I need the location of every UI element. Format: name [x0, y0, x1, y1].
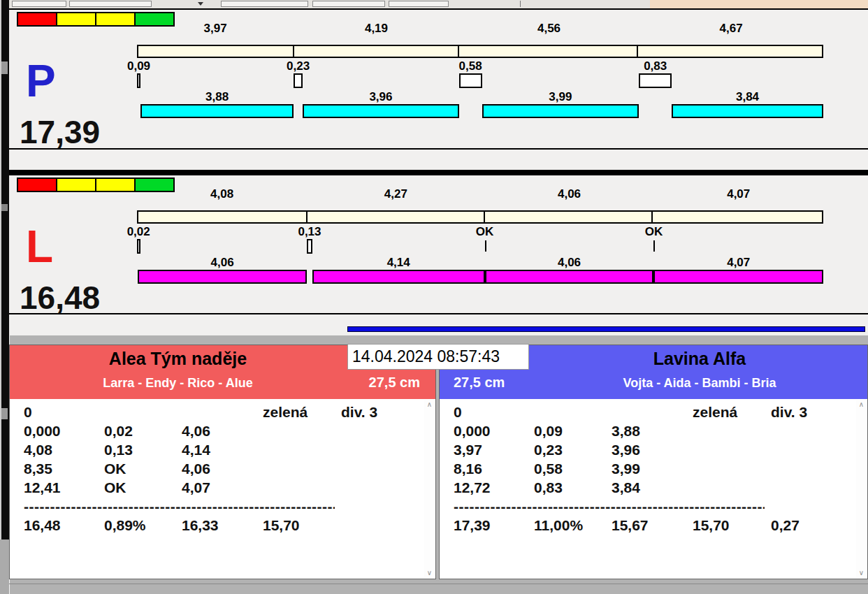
split-bar-segment [459, 46, 638, 57]
result-row: 4,080,134,14 [24, 442, 435, 461]
run-time-label: 4,06 [485, 256, 654, 270]
gap-time-label: OK [645, 225, 663, 239]
left-team-name: Alea Tým naděje [10, 348, 346, 369]
result-cell: OK [104, 479, 182, 498]
split-bar-segment [138, 46, 294, 57]
result-total-cell: 15,70 [693, 517, 771, 536]
gap-ok-tick [485, 240, 486, 252]
right-team-results-area[interactable]: 0zelenádiv. 30,0000,093,883,970,233,968,… [440, 399, 867, 579]
split-bar-segment [485, 212, 653, 222]
result-cell: 0,000 [24, 423, 104, 442]
result-cell [693, 461, 771, 479]
result-row: 0zelenádiv. 3 [24, 404, 435, 423]
run-gap-spacer [459, 90, 482, 91]
right-team-result-lines: 0zelenádiv. 30,0000,093,883,970,233,968,… [440, 399, 867, 536]
toolbar-button[interactable] [221, 1, 308, 7]
scrollbar[interactable]: ∧ ∨ [424, 400, 435, 578]
scroll-up-icon[interactable]: ∧ [427, 400, 432, 410]
toolbar-button[interactable] [389, 1, 449, 7]
result-cell [263, 442, 341, 461]
result-cell: 4,08 [24, 442, 104, 461]
window-edge-notch [1, 204, 8, 211]
result-total-cell: 0,89% [104, 517, 182, 536]
split-time-label: 4,27 [307, 187, 484, 203]
result-cell: zelená [693, 404, 771, 423]
split-time-label: 4,19 [294, 22, 459, 37]
gap-time-label: 0,13 [298, 225, 321, 239]
red-light-box [17, 178, 57, 192]
left-team-jump-height: 27,5 cm [369, 375, 420, 391]
result-cell [771, 461, 867, 479]
split-time-label: 4,06 [485, 187, 654, 203]
split-time-label: 3,97 [137, 22, 294, 37]
result-row: 8,35OK4,06 [24, 461, 435, 479]
left-team-panel: Alea Tým naděje Larra - Endy - Rico - Al… [9, 345, 436, 579]
right-team-dogs: Vojta - Aida - Bambi - Bria [532, 376, 867, 391]
lane-p-section: P 17,39 3,974,194,564,670,090,230,580,83… [9, 10, 868, 150]
scroll-down-icon[interactable]: ∨ [859, 568, 864, 578]
gap-time-label: 0,09 [127, 59, 150, 73]
result-cell: 0 [454, 404, 534, 423]
gap-marker: 0,58 [459, 58, 482, 90]
scroll-down-icon[interactable]: ∨ [427, 568, 432, 578]
run-bar [485, 270, 654, 284]
split-bar-segment [308, 212, 484, 222]
split-bar-segment [138, 212, 308, 222]
run-segment: 4,06 [137, 256, 307, 287]
dropdown-caret-icon[interactable] [198, 2, 203, 6]
result-cell: 3,97 [454, 442, 534, 461]
gap-ok-tick [653, 240, 655, 252]
gap-marker: 0,09 [137, 58, 140, 90]
result-cell: 0,02 [104, 423, 182, 442]
run-segment: 3,88 [137, 90, 294, 121]
result-cell [263, 423, 341, 442]
result-cell: 0,09 [534, 423, 612, 442]
toolbar-button[interactable] [312, 1, 385, 7]
lane-p-total-time: 17,39 [20, 115, 100, 150]
toolbar-button[interactable] [12, 1, 66, 7]
run-bar-wrap: 4,06 [138, 256, 307, 287]
gap-time-label: 0,02 [127, 225, 150, 239]
gap-marker: 0,02 [137, 224, 140, 256]
result-cell: 3,84 [612, 479, 693, 498]
result-cell [771, 423, 867, 442]
result-cell: 4,06 [182, 461, 263, 479]
split-time-labels-row: 4,084,274,064,07 [137, 187, 823, 203]
background-window-edge [0, 0, 10, 594]
result-total-cell: 15,70 [263, 517, 341, 536]
run-time-label: 3,88 [140, 90, 294, 104]
run-time-label: 3,84 [672, 90, 823, 104]
result-cell [693, 423, 771, 442]
window-edge-notch [1, 408, 8, 419]
lane-l-total-time: 16,48 [20, 280, 100, 316]
lane-l-visualization: 4,084,274,064,070,020,13OKOK4,064,144,06… [137, 187, 823, 287]
result-row: 3,970,233,96 [454, 442, 867, 461]
run-bar [672, 104, 823, 118]
gap-time-label: 0,83 [644, 59, 667, 73]
split-bar-segment [294, 46, 459, 57]
split-time-label: 4,07 [653, 187, 823, 203]
result-cell: 8,16 [454, 461, 534, 479]
run-segment: 3,99 [459, 90, 639, 121]
split-bar [137, 45, 823, 58]
result-cell: div. 3 [771, 404, 867, 423]
result-row: 12,720,833,84 [454, 479, 867, 498]
gap-markers-row: 0,090,230,580,83 [137, 58, 823, 90]
lane-divider [9, 170, 868, 175]
gap-marker: 0,13 [307, 224, 312, 256]
split-bar [137, 210, 823, 224]
result-cell: 12,72 [454, 479, 534, 498]
run-time-label: 4,06 [138, 256, 307, 270]
toolbar-button[interactable] [69, 1, 152, 7]
gap-box [137, 239, 140, 254]
scroll-up-icon[interactable]: ∧ [859, 400, 864, 410]
scrollbar[interactable]: ∧ ∨ [856, 400, 867, 578]
split-time-label: 4,67 [639, 22, 823, 37]
lane-l-letter: L [26, 224, 53, 269]
run-segment: 4,07 [653, 256, 823, 287]
run-bar-wrap: 4,14 [312, 256, 485, 287]
gap-marker: 0,83 [639, 58, 672, 90]
result-cell: 0,000 [454, 423, 534, 442]
result-cell [341, 423, 435, 442]
left-team-results-area[interactable]: 0zelenádiv. 30,0000,024,064,080,134,148,… [10, 399, 435, 579]
